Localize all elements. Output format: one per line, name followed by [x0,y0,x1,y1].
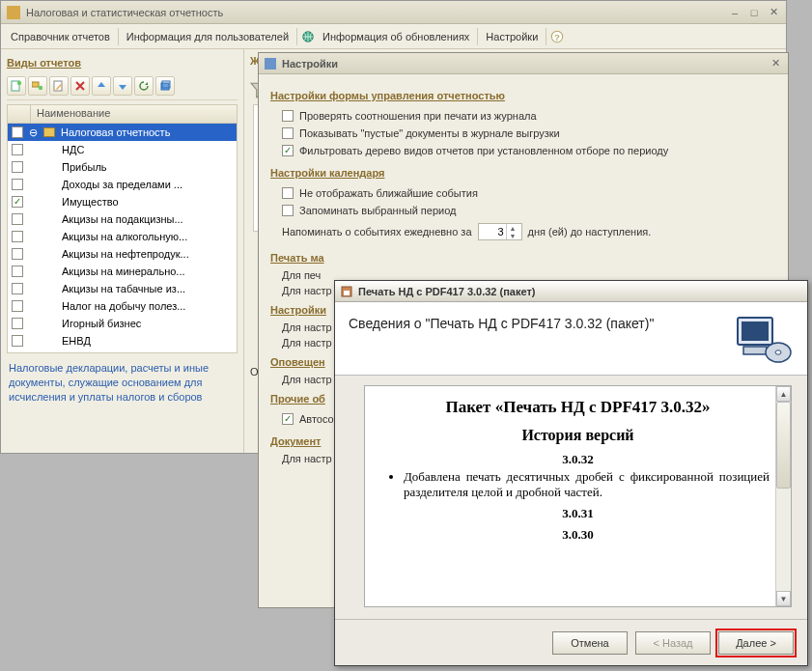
row-checkbox[interactable] [12,213,23,225]
settings-close-button[interactable]: ✕ [769,57,782,70]
row-checkbox[interactable] [12,318,23,329]
tree-row[interactable]: Акцизы на нефтепродук... [8,245,237,263]
wizard-heading: Сведения о "Печать НД с PDF417 3.0.32 (п… [349,312,722,331]
svg-text:?: ? [554,31,560,42]
menu-directory[interactable]: Справочник отчетов [7,29,114,44]
app-icon [7,6,20,19]
chk-check-ratios[interactable] [282,110,294,122]
ver-3-0-32: 3.0.32 [386,452,770,467]
menu-bar: Справочник отчетов Информация для пользо… [1,24,786,49]
tree-row[interactable]: Акцизы на подакцизны... [8,210,237,228]
ver-3-0-32-note: Добавлена печать десятичных дробей с фик… [404,469,770,500]
remind-spinner[interactable]: ▲▼ [478,223,522,240]
tree-row[interactable]: ✓Имущество [8,193,237,210]
lbl-hide-events: Не отображать ближайшие события [299,187,478,199]
lbl-check-ratios: Проверять соотношения при печати из журн… [299,110,537,122]
row-checkbox[interactable] [12,144,23,155]
tb-restore-icon[interactable] [155,76,175,96]
tb-refresh-icon[interactable] [134,76,154,96]
row-checkbox[interactable] [12,179,23,190]
row-checkbox[interactable] [12,161,23,173]
types-title: Виды отчетов [7,53,238,74]
row-label: ЕНВД [62,335,91,347]
chk-remember-period[interactable] [282,205,294,216]
row-label: Налог на добычу полез... [62,300,185,312]
tree-row[interactable]: ЕНВД [8,332,237,349]
settings-dialog-icon [265,58,276,70]
row-label: Прибыль [62,161,107,173]
row-label: Акцизы на нефтепродук... [62,248,189,260]
tb-new-icon[interactable] [7,76,26,96]
tree-row[interactable]: Прибыль [8,158,237,176]
maximize-button[interactable]: □ [747,6,761,19]
scroll-down-icon[interactable]: ▼ [776,591,791,606]
scroll-thumb[interactable] [776,402,791,489]
row-checkbox[interactable] [12,126,23,138]
minimize-button[interactable]: – [728,6,742,19]
svg-point-16 [775,350,781,354]
scroll-up-icon[interactable]: ▲ [776,386,791,402]
wizard-header: Сведения о "Печать НД с PDF417 3.0.32 (п… [335,302,807,376]
row-checkbox[interactable] [12,248,23,260]
tree-row[interactable]: Доходы за пределами ... [8,176,237,193]
help-icon[interactable]: ? [550,30,564,43]
types-tree[interactable]: ⊖Налоговая отчетностьНДСПрибыльДоходы за… [7,124,238,353]
svg-rect-11 [344,291,350,295]
title-bar: Налоговая и статистическая отчетность – … [1,1,786,24]
tb-edit-icon[interactable] [49,76,69,96]
chk-autosave[interactable]: ✓ [282,413,294,425]
computer-cd-icon [732,312,794,366]
row-checkbox[interactable] [12,283,23,294]
ver-3-0-31: 3.0.31 [386,506,770,521]
next-button[interactable]: Далее > [718,631,794,655]
row-label: НДС [62,144,84,155]
group-print: Печать ма [270,252,776,264]
spin-up-icon[interactable]: ▲ [506,224,519,232]
wizard-title: Печать НД с PDF417 3.0.32 (пакет) [358,286,535,297]
back-button: < Назад [635,631,711,655]
row-checkbox[interactable] [12,231,23,242]
row-checkbox[interactable] [12,300,23,312]
doc-scrollbar[interactable]: ▲ ▼ [775,386,791,606]
msi-icon [341,286,352,297]
menu-updates[interactable]: Информация об обновлениях [319,29,473,44]
remind-value[interactable] [479,226,506,238]
svg-point-6 [39,86,42,90]
svg-point-4 [17,81,21,85]
row-checkbox[interactable] [12,266,23,277]
close-button[interactable]: ✕ [767,6,780,19]
col-name[interactable]: Наименование [31,105,237,123]
ver-3-0-30: 3.0.30 [386,527,770,543]
types-pane: Виды отчетов Наименование ⊖Налоговая отч… [1,49,244,453]
tb-delete-icon[interactable] [70,76,90,96]
chk-show-empty[interactable] [282,127,294,139]
row-checkbox[interactable] [12,335,23,347]
menu-user-info[interactable]: Информация для пользователей [123,29,293,44]
tree-row[interactable]: НДС [8,141,237,158]
chk-hide-events[interactable] [282,187,294,199]
row-label: Акцизы на минерально... [62,266,185,277]
cancel-button[interactable]: Отмена [552,631,628,655]
group-form: Настройки формы управления отчетностью [270,90,776,101]
doc-subtitle: История версий [386,427,770,444]
row-label: Акцизы на алкогольную... [62,231,187,242]
tree-row[interactable]: Налог на добычу полез... [8,297,237,315]
tree-row[interactable]: Акцизы на табачные из... [8,280,237,297]
lbl-filter-tree: Фильтровать дерево видов отчетов при уст… [299,145,668,156]
tb-up-icon[interactable] [92,76,111,96]
chk-filter-tree[interactable]: ✓ [282,145,294,156]
tree-row[interactable]: Акцизы на алкогольную... [8,228,237,245]
row-checkbox[interactable]: ✓ [12,196,23,208]
tree-row[interactable]: Игорный бизнес [8,315,237,332]
menu-settings[interactable]: Настройки [482,29,542,44]
tb-down-icon[interactable] [113,76,132,96]
row-label: Игорный бизнес [62,318,141,329]
collapse-icon[interactable]: ⊖ [29,126,38,139]
tb-tree-new-icon[interactable] [28,76,47,96]
folder-icon [43,127,55,137]
grid-header: Наименование [7,104,238,124]
svg-rect-14 [743,347,767,354]
spin-down-icon[interactable]: ▼ [506,232,519,239]
tree-row[interactable]: ⊖Налоговая отчетность [8,124,237,141]
tree-row[interactable]: Акцизы на минерально... [8,263,237,280]
